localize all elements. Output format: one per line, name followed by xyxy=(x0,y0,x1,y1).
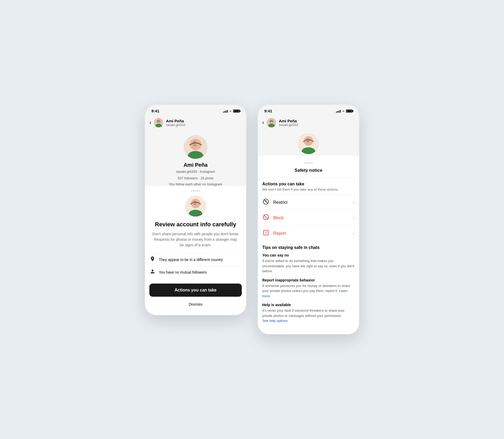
warning-text-2: You have no mutual followers xyxy=(159,270,207,274)
left-header-bar: ‹ Ami Peña sasaki.girl333 xyxy=(145,115,246,130)
tip-2-desc: If someone pressures you for money or th… xyxy=(262,283,355,299)
report-row[interactable]: Report › xyxy=(262,226,355,241)
review-title: Review account info carefully xyxy=(149,221,242,228)
left-header-avatar xyxy=(154,118,163,127)
tips-heading: Tips on staying safe in chats xyxy=(262,245,355,250)
warning-text-1: They appear to be in a different country xyxy=(159,258,223,262)
left-status-icons: ≈ xyxy=(223,109,240,113)
right-header-info: Ami Peña sasaki.girl333 xyxy=(279,119,298,127)
report-icon xyxy=(262,229,270,237)
actions-button[interactable]: Actions you can take xyxy=(149,284,242,297)
svg-point-6 xyxy=(193,141,197,147)
right-wifi-icon: ≈ xyxy=(342,109,344,113)
actions-heading: Actions you can take xyxy=(262,182,355,186)
right-status-time: 9:41 xyxy=(264,109,272,113)
left-profile-mutual: You follow each other on Instagram xyxy=(169,182,222,186)
right-header-bar: ‹ Ami Peña sasaki.girl333 xyxy=(258,115,359,130)
right-header-name: Ami Peña xyxy=(279,119,298,123)
right-status-bar: 9:41 ≈ xyxy=(258,105,359,115)
restrict-row[interactable]: Restrict › xyxy=(262,195,355,210)
right-profile-section xyxy=(258,130,359,156)
report-chevron: › xyxy=(353,231,355,236)
right-status-icons: ≈ xyxy=(336,109,353,113)
left-sheet-avatar-container xyxy=(149,196,242,217)
svg-point-10 xyxy=(193,200,197,206)
restrict-chevron: › xyxy=(353,200,355,205)
tip-2: Report inappropriate behavior If someone… xyxy=(262,278,355,299)
actions-subtitle: We won't tell them if you take any of th… xyxy=(262,187,355,191)
safety-sheet: Safety notice Actions you can take We wo… xyxy=(258,160,359,334)
see-help-options-link[interactable]: See help options xyxy=(262,319,288,323)
safety-sheet-handle xyxy=(304,163,313,164)
safety-sheet-inner: Safety notice Actions you can take We wo… xyxy=(258,168,359,334)
svg-point-25 xyxy=(266,233,266,234)
tip-3-title: Help is available xyxy=(262,303,355,307)
tip-1-title: You can say no xyxy=(262,253,355,257)
battery-icon xyxy=(233,109,240,113)
tip-2-title: Report inappropriate behavior xyxy=(262,278,355,282)
right-header-username: sasaki.girl333 xyxy=(279,123,298,127)
back-button[interactable]: ‹ xyxy=(149,120,151,126)
sheet-handle xyxy=(191,190,200,191)
person-icon xyxy=(149,269,156,276)
left-status-bar: 9:41 ≈ xyxy=(145,105,246,115)
dismiss-button[interactable]: Dismiss xyxy=(149,300,242,309)
block-icon xyxy=(262,214,270,222)
svg-line-22 xyxy=(264,215,268,219)
signal-icon xyxy=(223,109,228,113)
tip-3-desc: It's never your fault if someone threate… xyxy=(262,308,355,323)
tip-3: Help is available It's never your fault … xyxy=(262,303,355,323)
svg-point-18 xyxy=(306,138,310,143)
block-chevron: › xyxy=(353,215,355,221)
warning-item-2: You have no mutual followers xyxy=(149,266,242,278)
safety-title: Safety notice xyxy=(262,168,355,177)
left-header-info: Ami Peña sasaki.girl333 xyxy=(166,119,185,127)
block-label: Block xyxy=(273,216,284,220)
block-row[interactable]: Block › xyxy=(262,210,355,226)
right-signal-icon xyxy=(336,109,341,113)
left-phone: 9:41 ≈ ‹ xyxy=(144,104,247,316)
left-profile-name: Ami Peña xyxy=(183,162,207,168)
left-bottom-sheet: Review account info carefully Don't shar… xyxy=(145,190,246,315)
left-profile-avatar xyxy=(184,135,207,159)
block-row-left: Block xyxy=(262,214,284,222)
page-wrapper: 9:41 ≈ ‹ xyxy=(144,104,360,335)
left-header-username: sasaki.girl333 xyxy=(166,123,185,127)
right-profile-avatar xyxy=(298,133,319,154)
left-profile-meta1: sasaki.girl333 · Instagram xyxy=(176,169,215,175)
wifi-icon: ≈ xyxy=(229,109,232,113)
tip-1: You can say no If you're asked to do som… xyxy=(262,253,355,274)
left-profile-section: Ami Peña sasaki.girl333 · Instagram 537 … xyxy=(145,130,246,186)
left-header-name: Ami Peña xyxy=(166,119,185,123)
left-status-time: 9:41 xyxy=(151,109,159,113)
restrict-label: Restrict xyxy=(273,200,287,205)
review-desc: Don't share personal info with people yo… xyxy=(149,231,242,248)
report-label: Report xyxy=(273,231,286,236)
restrict-row-left: Restrict xyxy=(262,198,287,206)
right-phone: 9:41 ≈ ‹ xyxy=(257,104,360,335)
right-battery-icon xyxy=(346,109,353,113)
warning-item-1: They appear to be in a different country xyxy=(149,253,242,266)
tip-1-desc: If you're asked to do something that mak… xyxy=(262,258,355,274)
right-back-button[interactable]: ‹ xyxy=(262,120,264,126)
left-profile-meta2: 537 followers · 26 posts xyxy=(178,176,214,181)
report-row-left: Report xyxy=(262,229,286,237)
left-sheet-avatar xyxy=(185,196,206,217)
right-header-avatar xyxy=(267,118,276,127)
restrict-icon xyxy=(262,198,270,206)
location-icon xyxy=(149,256,156,263)
